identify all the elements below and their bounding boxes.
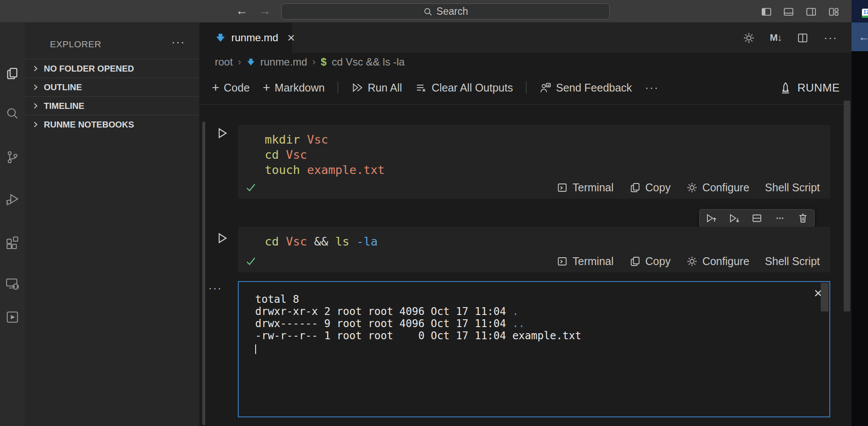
editor-group: runme.md × M↓ ··· <box>200 23 852 426</box>
tab-close-icon[interactable]: × <box>287 31 295 44</box>
run-cell-button[interactable] <box>215 231 229 245</box>
run-cell-button[interactable] <box>215 126 229 140</box>
extensions-icon[interactable] <box>4 233 20 249</box>
feedback-person-icon <box>539 82 552 94</box>
tab-runme-md[interactable]: runme.md × <box>200 23 292 53</box>
remote-explorer-icon[interactable] <box>4 275 20 291</box>
toolbar-more-icon[interactable]: ··· <box>645 81 659 95</box>
split-editor-icon[interactable] <box>796 32 809 44</box>
toggle-secondary-sidebar-icon[interactable] <box>805 6 817 18</box>
breadcrumb: root › runme.md › $ cd Vsc && ls -la <box>200 53 852 71</box>
terminal-icon <box>556 182 568 193</box>
code-cell-2[interactable]: cd Vsc && ls -la Terminal <box>238 227 830 272</box>
breadcrumb-command[interactable]: cd Vsc && ls -la <box>332 56 404 68</box>
breadcrumb-separator: › <box>312 56 316 68</box>
code-cell-1[interactable]: mkdir Vsccd Vsctouch example.txt Termina… <box>238 125 830 199</box>
search-view-icon[interactable] <box>4 106 20 122</box>
chevron-right-icon <box>32 83 39 91</box>
clear-all-outputs-button[interactable]: Clear All Outputs <box>415 82 513 94</box>
language-label[interactable]: Shell Script <box>765 181 820 194</box>
gear-icon <box>686 256 698 267</box>
cell-hover-toolbar <box>699 209 815 227</box>
notebook-toolbar: + Code + Markdown Run All <box>200 71 852 105</box>
background-window-back-arrow: ← <box>852 23 868 51</box>
search-icon <box>423 7 433 16</box>
configure-button[interactable]: Configure <box>686 181 749 194</box>
terminal-button[interactable]: Terminal <box>556 255 613 268</box>
terminal-button[interactable]: Terminal <box>556 181 613 194</box>
output-scrollbar[interactable] <box>821 283 829 311</box>
cell-status-bar: Terminal Copy Configure <box>245 180 820 195</box>
cell-status-bar: Terminal Copy Configure <box>245 253 820 269</box>
toggle-primary-sidebar-icon[interactable] <box>760 6 773 18</box>
gear-icon[interactable] <box>743 32 755 44</box>
sidebar-header: EXPLORER ··· <box>25 36 199 53</box>
explorer-icon[interactable] <box>4 66 20 82</box>
sidebar-section-no-folder-opened[interactable]: NO FOLDER OPENED <box>25 59 199 78</box>
copy-button[interactable]: Copy <box>629 181 671 194</box>
success-check-icon <box>245 255 257 267</box>
breadcrumb-file[interactable]: runme.md <box>260 56 307 68</box>
background-window: 17 ← <box>852 0 868 426</box>
sidebar-more-actions[interactable]: ··· <box>171 36 185 49</box>
sidebar-title: EXPLORER <box>50 39 101 49</box>
sidebar-section-runme-notebooks[interactable]: RUNME NOTEBOOKS <box>25 115 199 134</box>
command-center-search[interactable]: Search <box>281 3 610 20</box>
toolbar-separator <box>338 82 338 94</box>
language-label[interactable]: Shell Script <box>765 255 820 268</box>
chevron-right-icon <box>32 65 39 72</box>
source-control-icon[interactable] <box>4 149 20 165</box>
sidebar-section-timeline[interactable]: TIMELINE <box>25 96 199 115</box>
tab-label: runme.md <box>231 32 278 44</box>
calendar-icon: 17 <box>862 9 868 18</box>
plus-icon: + <box>212 82 220 94</box>
forward-button[interactable]: → <box>259 3 271 18</box>
configure-button[interactable]: Configure <box>686 255 749 268</box>
cell-more-actions-icon[interactable] <box>774 212 786 224</box>
toggle-panel-icon[interactable] <box>783 6 795 18</box>
run-and-debug-icon[interactable] <box>4 191 20 207</box>
runme-brand: RUNME <box>779 71 840 105</box>
breadcrumb-root[interactable]: root <box>215 56 233 68</box>
titlebar: ← → Search <box>0 0 852 23</box>
delete-cell-icon[interactable] <box>797 212 809 224</box>
cell-focus-indicator <box>202 121 205 425</box>
customize-layout-icon[interactable] <box>828 6 840 18</box>
notebook-content: mkdir Vsccd Vsctouch example.txt Termina… <box>200 105 852 426</box>
explorer-sidebar: EXPLORER ··· NO FOLDER OPENED OUTLINE TI… <box>25 23 200 426</box>
split-cell-icon[interactable] <box>751 212 763 224</box>
clear-outputs-icon <box>415 82 427 94</box>
add-markdown-cell-button[interactable]: + Markdown <box>263 82 325 94</box>
editor-actions: M↓ ··· <box>743 23 838 53</box>
more-actions-icon[interactable]: ··· <box>824 31 838 45</box>
chevron-right-icon <box>32 121 39 128</box>
breadcrumb-prompt: $ <box>321 56 326 68</box>
markdown-preview-icon[interactable]: M↓ <box>770 32 782 43</box>
sidebar-section-outline[interactable]: OUTLINE <box>25 78 199 96</box>
cell-actions: Terminal Copy Configure <box>556 181 820 194</box>
execute-above-cells-icon[interactable] <box>705 212 717 224</box>
execute-cell-and-below-icon[interactable] <box>728 212 740 224</box>
run-all-icon <box>351 82 363 94</box>
runme-rocket-icon <box>779 82 792 95</box>
search-label: Search <box>437 6 468 17</box>
success-check-icon <box>245 181 257 193</box>
copy-icon <box>629 182 641 193</box>
run-notebooks-view-icon[interactable] <box>4 309 20 325</box>
send-feedback-button[interactable]: Send Feedback <box>539 82 632 94</box>
copy-button[interactable]: Copy <box>629 255 671 268</box>
cell-actions: Terminal Copy Configure <box>556 255 820 268</box>
output-more-actions[interactable]: ··· <box>208 282 222 295</box>
activity-bar <box>0 23 25 426</box>
plus-icon: + <box>263 82 270 94</box>
vscode-window: ← → Search <box>0 0 868 426</box>
cell-code-editor[interactable]: mkdir Vsccd Vsctouch example.txt <box>238 125 830 177</box>
cell-code-editor[interactable]: cd Vsc && ls -la <box>238 227 830 249</box>
background-window-header: 17 <box>852 0 868 23</box>
cell-output-terminal[interactable]: total 8drwxr-xr-x 2 root root 4096 Oct 1… <box>238 281 830 417</box>
runme-file-icon <box>215 33 226 43</box>
gear-icon <box>686 182 698 193</box>
add-code-cell-button[interactable]: + Code <box>212 82 250 94</box>
back-button[interactable]: ← <box>236 3 248 18</box>
run-all-button[interactable]: Run All <box>351 82 402 94</box>
